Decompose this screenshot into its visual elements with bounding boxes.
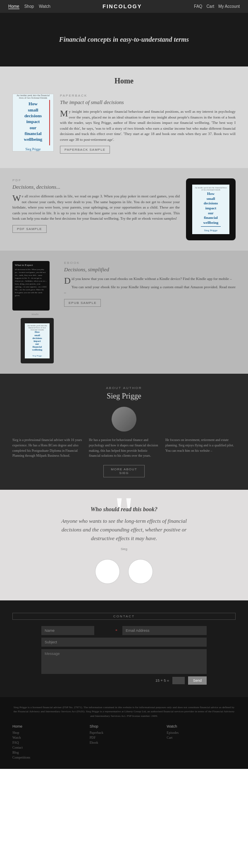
- footer-disclaimer: Sieg Prigge is a licensed financial advi…: [12, 705, 236, 719]
- paperback-body: My insight into people's unique financia…: [60, 109, 236, 142]
- message-textarea[interactable]: [41, 649, 207, 674]
- pdf-sample-button[interactable]: PDF sample: [12, 225, 47, 233]
- tablet-book-title: Howsmalldecisionsimpactourfinancialwellb…: [203, 192, 219, 225]
- home-section: Home An insider peek into the financial …: [0, 66, 248, 168]
- contact-section: CONTACT * 15 + 5 = Send: [0, 600, 248, 697]
- home-title: Home: [12, 77, 236, 85]
- pdf-tablet-inner: An insider peek into the financial lives…: [192, 185, 229, 234]
- footer-link-paperback[interactable]: Paperback: [90, 731, 159, 735]
- nav-cart[interactable]: Cart: [206, 4, 214, 9]
- pdf-block: PDF Decisions, decisions... We all recei…: [12, 178, 236, 240]
- author-col-3: He focuses on investment, retirement and…: [165, 438, 236, 459]
- epub-text: EBOOK Decisions, simplified Did you know…: [64, 261, 236, 307]
- nav-faq[interactable]: FAQ: [194, 4, 202, 9]
- kindle2-title: Howsmalldecisionsimpactourfinancialwellb…: [32, 331, 42, 351]
- footer-link-contact[interactable]: Contact: [12, 746, 81, 749]
- required-mark: *: [115, 628, 117, 633]
- pdf-text: PDF Decisions, decisions... We all recei…: [12, 178, 180, 233]
- quote-circle-left: [95, 559, 120, 584]
- footer-col-watch: Watch Episodes Cart: [167, 724, 236, 761]
- kindle2-tagline: An insider peek into the financial lives…: [26, 325, 48, 331]
- pdf-section: PDF Decisions, decisions... We all recei…: [0, 168, 248, 251]
- author-label: ABOUT AUTHOR: [12, 386, 236, 390]
- quote-circle-right: [128, 559, 153, 584]
- kindle-main-screen: What to Expect all decisions in life. Wh…: [12, 261, 50, 311]
- paperback-book-cover: An insider peek into the financial lives…: [12, 94, 54, 152]
- epub-subtitle: Decisions, simplified: [64, 266, 236, 273]
- name-input[interactable]: [41, 626, 94, 635]
- author-name: Sieg Prigge: [12, 392, 236, 401]
- author-avatar-image: [112, 407, 136, 432]
- contact-label: CONTACT: [12, 613, 236, 620]
- footer-link-blog[interactable]: Blog: [12, 751, 81, 754]
- form-name-email-row: *: [41, 626, 207, 635]
- nav-shop[interactable]: Shop: [24, 4, 34, 9]
- subject-input[interactable]: [41, 638, 207, 647]
- book-author: Sieg Prigge: [25, 147, 41, 151]
- kindle-device: What to Expect all decisions in life. Wh…: [12, 261, 58, 363]
- epub-body: Did you know that you can read ebooks on…: [64, 276, 236, 282]
- tablet-book-author: Sieg Prigge: [204, 229, 217, 232]
- epub-section: What to Expect all decisions in life. Wh…: [0, 251, 248, 374]
- navigation: Home Shop Watch FINCOLOGY FAQ Cart My Ac…: [0, 0, 248, 13]
- book-title-text: How small decisions impact our financial…: [24, 101, 43, 142]
- footer-link-competitions[interactable]: Competitions: [12, 756, 81, 759]
- nav-left: Home Shop Watch: [8, 4, 50, 9]
- footer-col-shop: Shop Paperback PDF Ebook: [90, 724, 159, 761]
- pdf-label: PDF: [12, 178, 180, 182]
- pdf-tablet-cover: An insider peek into the financial lives…: [186, 178, 236, 240]
- pdf-subtitle: Decisions, decisions...: [12, 184, 180, 190]
- footer-col-home: Home Shop Watch FAQ Contact Blog Competi…: [12, 724, 81, 761]
- hero-section: Financial concepts in easy-to-understand…: [0, 13, 248, 66]
- author-avatar: [112, 407, 136, 432]
- kindle-book-title: What to Expect: [15, 263, 47, 267]
- footer-col-home-title: Home: [12, 724, 81, 728]
- author-col-2: He has a passion for behavioural finance…: [89, 438, 159, 459]
- nav-watch[interactable]: Watch: [39, 4, 50, 9]
- footer-link-ebook[interactable]: Ebook: [90, 741, 159, 745]
- paperback-text: PAPERBACK The impact of small decisions …: [60, 94, 236, 154]
- footer-link-shop[interactable]: Shop: [12, 731, 81, 735]
- name-input-wrapper: *: [41, 626, 119, 635]
- footer-col-watch-title: Watch: [167, 724, 236, 728]
- footer-columns: Home Shop Watch FAQ Contact Blog Competi…: [12, 724, 236, 761]
- epub-sample-button[interactable]: EPUB sample: [64, 299, 101, 307]
- kindle-body-text: all decisions in life. When you play po.…: [15, 268, 47, 297]
- nav-right: FAQ Cart My Account: [194, 4, 240, 9]
- nav-home[interactable]: Home: [8, 4, 19, 9]
- kindle2-author: Sieg Prigge: [32, 355, 42, 357]
- author-section: ABOUT AUTHOR Sieg Prigge Sieg is a profe…: [0, 374, 248, 490]
- quote-title: Who should read this book?: [12, 506, 236, 513]
- footer-link-pdf[interactable]: PDF: [90, 736, 159, 740]
- contact-form: * 15 + 5 = Send: [41, 626, 207, 685]
- paperback-sample-button[interactable]: PAPERBACK sample: [60, 146, 110, 154]
- brand-logo[interactable]: FINCOLOGY: [103, 3, 142, 9]
- footer: Sieg Prigge is a licensed financial advi…: [0, 697, 248, 769]
- nav-account[interactable]: My Account: [218, 4, 240, 9]
- email-input[interactable]: [122, 626, 207, 635]
- quote-circles: [12, 559, 236, 584]
- footer-link-cart[interactable]: Cart: [167, 736, 236, 740]
- footer-link-episodes[interactable]: Episodes: [167, 731, 236, 735]
- captcha-input[interactable]: [172, 677, 185, 684]
- paperback-label: PAPERBACK: [60, 94, 236, 97]
- footer-col-shop-title: Shop: [90, 724, 159, 728]
- epub-label: EBOOK: [64, 261, 236, 265]
- send-button[interactable]: Send: [188, 676, 207, 685]
- form-bottom-row: 15 + 5 = Send: [41, 676, 207, 685]
- paperback-block: An insider peek into the financial lives…: [12, 94, 236, 154]
- captcha-label: 15 + 5 =: [155, 678, 169, 683]
- footer-link-faq[interactable]: FAQ: [12, 741, 81, 745]
- author-col-1: Sieg is a professional financial adviser…: [12, 438, 83, 459]
- epub-block: What to Expect all decisions in life. Wh…: [12, 261, 236, 363]
- kindle-second-inner: An insider peek into the financial lives…: [25, 323, 50, 358]
- hero-title: Financial concepts in easy-to-understand…: [59, 36, 189, 43]
- quote-attribution: Sieg: [58, 547, 190, 551]
- quote-text: Anyone who wants to see the long-term ef…: [58, 517, 190, 543]
- more-about-author-button[interactable]: more about Sieg: [103, 465, 145, 477]
- kindle-brand: kindle: [12, 313, 58, 316]
- footer-link-watch[interactable]: Watch: [12, 736, 81, 740]
- quote-section: " Who should read this book? Anyone who …: [0, 490, 248, 600]
- author-columns: Sieg is a professional financial adviser…: [12, 438, 236, 459]
- pdf-body: We all receive different cards in life, …: [12, 194, 180, 222]
